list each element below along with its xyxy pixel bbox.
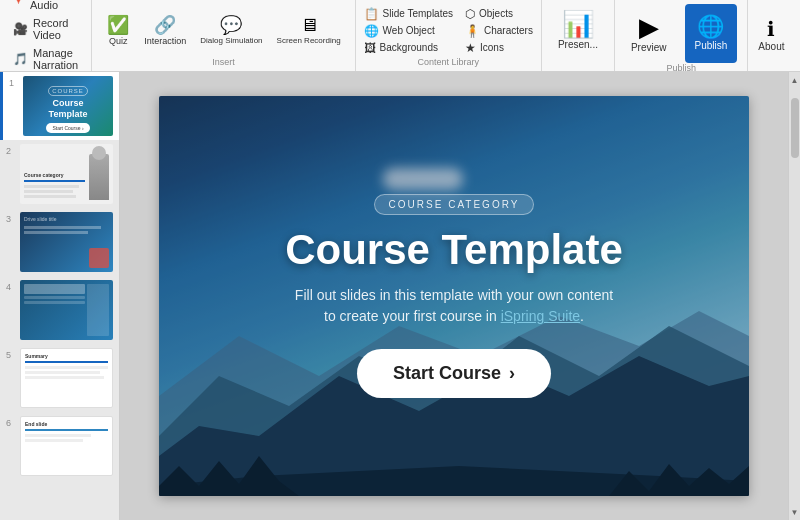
slide-thumb-3[interactable]: 3 Drive slide title	[0, 208, 119, 276]
course-category-badge: COURSE CATEGORY	[374, 194, 535, 215]
course-description: Fill out slides in this template with yo…	[295, 285, 613, 327]
presentation-icon: 📊	[562, 11, 594, 37]
content-library-label: Content Library	[362, 57, 535, 67]
ispring-link[interactable]: iSpring Suite	[501, 308, 580, 324]
icons-icon: ★	[465, 41, 476, 55]
log-in-button[interactable]: 👤 Log In	[792, 0, 800, 71]
slide-preview-4	[20, 280, 113, 340]
content-library-section: 📋 Slide Templates ⬡ Objects 🌐 Web Object…	[356, 0, 542, 71]
dialog-simulation-button[interactable]: 💬 Dialog Simulation	[194, 12, 268, 49]
preview-button[interactable]: ▶ Preview	[621, 4, 677, 63]
slide-preview-3: Drive slide title	[20, 212, 113, 272]
slide-content: COURSE CATEGORY Course Template Fill out…	[159, 96, 749, 496]
insert-label: Insert	[100, 57, 346, 67]
backgrounds-icon: 🖼	[364, 41, 376, 55]
backgrounds-button[interactable]: 🖼 Backgrounds	[362, 40, 455, 56]
manage-narration-button[interactable]: 🎵 Manage Narration	[10, 46, 81, 72]
toolbar-right: ℹ About 👤 Log In	[748, 0, 800, 71]
slide-thumb-6[interactable]: 6 End slide	[0, 412, 119, 480]
slide-preview-1: COURSE CourseTemplate Start Course ›	[23, 76, 113, 136]
chevron-icon: ›	[509, 363, 515, 384]
interaction-icon: 🔗	[154, 16, 176, 34]
characters-button[interactable]: 🧍 Characters	[463, 23, 535, 39]
toolbar: 🎙 Record Audio 🎥 Record Video 🎵 Manage N…	[0, 0, 800, 72]
quiz-button[interactable]: ✅ Quiz	[100, 12, 136, 50]
scroll-down-button[interactable]: ▼	[789, 504, 801, 520]
slide-preview-6: End slide	[20, 416, 113, 476]
slide-thumb-1[interactable]: 1 COURSE CourseTemplate Start Course ›	[0, 72, 119, 140]
publish-section: ▶ Preview 🌐 Publish Publish	[615, 0, 748, 71]
slide-preview-5: Summary	[20, 348, 113, 408]
slide-templates-button[interactable]: 📋 Slide Templates	[362, 6, 455, 22]
about-icon: ℹ	[767, 19, 775, 39]
objects-icon: ⬡	[465, 7, 475, 21]
presentation-button[interactable]: 📊 Presen...	[548, 4, 608, 57]
main-content: 1 COURSE CourseTemplate Start Course › 2…	[0, 72, 800, 520]
interaction-button[interactable]: 🔗 Interaction	[138, 12, 192, 50]
slide-canvas: COURSE CATEGORY Course Template Fill out…	[159, 96, 749, 496]
scroll-track	[789, 88, 800, 504]
right-scrollbar: ▲ ▼	[788, 72, 800, 520]
slide-preview-2: Course category	[20, 144, 113, 204]
narration-section: 🎙 Record Audio 🎥 Record Video 🎵 Manage N…	[0, 0, 92, 71]
quiz-icon: ✅	[107, 16, 129, 34]
dialog-icon: 💬	[220, 16, 242, 34]
web-object-button[interactable]: 🌐 Web Object	[362, 23, 455, 39]
screen-recording-button[interactable]: 🖥 Screen Recording	[271, 12, 347, 49]
scroll-up-button[interactable]: ▲	[789, 72, 801, 88]
slide-thumb-2[interactable]: 2 Course category	[0, 140, 119, 208]
record-video-button[interactable]: 🎥 Record Video	[10, 16, 81, 42]
icons-button[interactable]: ★ Icons	[463, 40, 535, 56]
slide-panel: 1 COURSE CourseTemplate Start Course › 2…	[0, 72, 120, 520]
canvas-area: COURSE CATEGORY Course Template Fill out…	[120, 72, 788, 520]
presentation-section: 📊 Presen...	[542, 0, 615, 71]
preview-icon: ▶	[639, 14, 659, 40]
publish-icon: 🌐	[697, 16, 724, 38]
start-course-button[interactable]: Start Course ›	[357, 349, 551, 398]
web-object-icon: 🌐	[364, 24, 379, 38]
about-button[interactable]: ℹ About	[752, 0, 790, 71]
characters-icon: 🧍	[465, 24, 480, 38]
slide-thumb-5[interactable]: 5 Summary	[0, 344, 119, 412]
course-title: Course Template	[285, 227, 623, 273]
slide-templates-icon: 📋	[364, 7, 379, 21]
scroll-thumb[interactable]	[791, 98, 799, 158]
insert-section: ✅ Quiz 🔗 Interaction 💬 Dialog Simulation…	[92, 0, 355, 71]
objects-button[interactable]: ⬡ Objects	[463, 6, 535, 22]
slide-thumb-4[interactable]: 4	[0, 276, 119, 344]
publish-button[interactable]: 🌐 Publish	[685, 4, 738, 63]
screen-recording-icon: 🖥	[300, 16, 318, 34]
record-audio-button[interactable]: 🎙 Record Audio	[10, 0, 81, 12]
